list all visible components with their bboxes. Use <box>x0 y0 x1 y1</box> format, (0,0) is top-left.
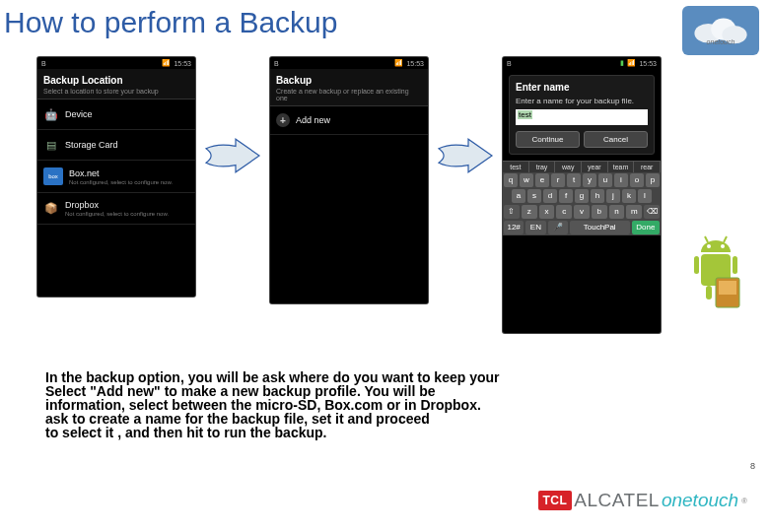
key[interactable]: f <box>559 189 573 203</box>
svg-rect-10 <box>706 286 712 299</box>
key[interactable]: v <box>574 205 590 219</box>
sd-icon: ▤ <box>43 137 59 153</box>
arrow-right-icon <box>436 126 495 185</box>
option-boxnet[interactable]: box Box.netNot configured, select to con… <box>37 161 195 193</box>
svg-point-5 <box>721 244 725 248</box>
clock: 15:53 <box>174 60 191 67</box>
key[interactable]: q <box>504 173 518 187</box>
suggestion[interactable]: test <box>503 162 529 172</box>
key[interactable]: m <box>626 205 642 219</box>
clock: 15:53 <box>406 60 424 67</box>
screenshot-2: B 📶15:53 Backup Create a new backup or r… <box>270 57 428 303</box>
key[interactable]: s <box>527 189 541 203</box>
footer-logo: TCL ALCATELonetouch® <box>538 483 748 518</box>
android-mascot-icon <box>686 229 745 317</box>
key[interactable]: i <box>614 173 628 187</box>
arrow-right-icon <box>203 126 262 185</box>
key[interactable]: j <box>606 189 620 203</box>
option-storage-card[interactable]: ▤ Storage Card <box>37 130 195 161</box>
key[interactable]: x <box>539 205 555 219</box>
text-line: information, select between the micro-SD… <box>45 398 676 412</box>
kbd-row-4: 12# EN 🎤 TouchPal Done <box>503 220 661 235</box>
key-language[interactable]: EN <box>525 221 545 234</box>
key[interactable]: t <box>567 173 581 187</box>
signal-icon: 📶 <box>162 59 171 67</box>
screen2-subtitle: Create a new backup or replace an existi… <box>276 88 422 101</box>
screenshot-3: B ▮📶15:53 Enter name Enter a name for yo… <box>503 57 661 333</box>
suggestion[interactable]: team <box>608 162 635 172</box>
key[interactable]: b <box>592 205 607 219</box>
key[interactable]: g <box>575 189 589 203</box>
screen1-title: Backup Location <box>43 75 189 86</box>
key[interactable]: k <box>622 189 636 203</box>
key[interactable]: e <box>535 173 549 187</box>
option-add-new[interactable]: + Add new <box>270 106 428 135</box>
onetouch-cloud-badge: onetouch <box>682 6 759 55</box>
key-done[interactable]: Done <box>632 221 660 234</box>
key-space[interactable]: TouchPal <box>570 221 630 234</box>
key[interactable]: c <box>556 205 572 219</box>
dialog-title: Enter name <box>516 82 648 93</box>
soft-keyboard[interactable]: q w e r t y u i o p a s d f g h j k l <box>503 172 661 235</box>
key-shift[interactable]: ⇧ <box>504 205 520 219</box>
enter-name-dialog: Enter name Enter a name for your backup … <box>509 75 655 155</box>
option-label: Device <box>65 109 93 120</box>
registered-mark: ® <box>741 497 747 505</box>
alcatel-text: ALCATEL <box>574 490 660 511</box>
svg-rect-9 <box>733 256 737 274</box>
key-symbols[interactable]: 12# <box>504 221 524 234</box>
key[interactable]: l <box>638 189 652 203</box>
option-label: Box.netNot configured, select to configu… <box>69 168 173 185</box>
key[interactable]: r <box>551 173 565 187</box>
backup-name-input[interactable]: test <box>516 109 648 125</box>
key[interactable]: d <box>543 189 557 203</box>
box-icon: box <box>43 167 63 185</box>
option-label: Add new <box>296 115 330 125</box>
status-bar: B ▮📶15:53 <box>503 57 661 69</box>
key[interactable]: p <box>646 173 660 187</box>
option-dropbox[interactable]: 📦 DropboxNot configured, select to confi… <box>37 193 195 225</box>
dropbox-icon: 📦 <box>43 201 59 217</box>
option-device[interactable]: 🤖 Device <box>37 100 195 130</box>
text-line: Select "Add new" to make a new backup pr… <box>45 384 676 398</box>
key[interactable]: h <box>591 189 604 203</box>
dialog-message: Enter a name for your backup file. <box>516 97 648 105</box>
page-title: How to perform a Backup <box>4 6 769 39</box>
backup-location-list: 🤖 Device ▤ Storage Card box Box.netNot c… <box>37 100 195 297</box>
key[interactable]: u <box>598 173 612 187</box>
tcl-logo: TCL <box>538 491 573 510</box>
option-label: Storage Card <box>65 140 118 151</box>
suggestion[interactable]: year <box>582 162 608 172</box>
svg-line-6 <box>705 236 708 242</box>
screen2-title: Backup <box>276 75 422 86</box>
key[interactable]: w <box>520 173 533 187</box>
svg-line-7 <box>724 236 727 242</box>
continue-button[interactable]: Continue <box>516 131 580 148</box>
screen1-header: Backup Location Select a location to sto… <box>37 69 195 100</box>
text-line: In the backup option, you will be ask wh… <box>45 370 676 384</box>
cloud-icon: onetouch <box>686 10 755 51</box>
key-backspace[interactable]: ⌫ <box>644 205 660 219</box>
key-mic[interactable]: 🎤 <box>548 221 568 234</box>
status-bar: B 📶15:53 <box>37 57 195 69</box>
battery-icon: ▮ <box>620 59 624 67</box>
bt-icon: B <box>507 60 512 67</box>
suggestion[interactable]: tray <box>529 162 556 172</box>
text-line: ask to create a name for the backup file… <box>45 412 676 426</box>
key[interactable]: o <box>630 173 644 187</box>
key[interactable]: n <box>609 205 625 219</box>
android-mascot <box>686 229 745 317</box>
suggestion[interactable]: rear <box>634 162 661 172</box>
key[interactable]: z <box>522 205 537 219</box>
key[interactable]: y <box>583 173 596 187</box>
cancel-button[interactable]: Cancel <box>584 131 648 148</box>
screenshots-row: B 📶15:53 Backup Location Select a locati… <box>37 57 769 333</box>
flow-arrow-1 <box>203 126 262 185</box>
kbd-row-1: q w e r t y u i o p <box>503 172 661 188</box>
suggestion[interactable]: way <box>555 162 582 172</box>
key[interactable]: a <box>512 189 525 203</box>
cloud-text: onetouch <box>707 38 735 45</box>
kbd-row-2: a s d f g h j k l <box>503 188 661 204</box>
bt-icon: B <box>274 60 279 67</box>
keyboard-suggestions[interactable]: test tray way year team rear <box>503 161 661 172</box>
